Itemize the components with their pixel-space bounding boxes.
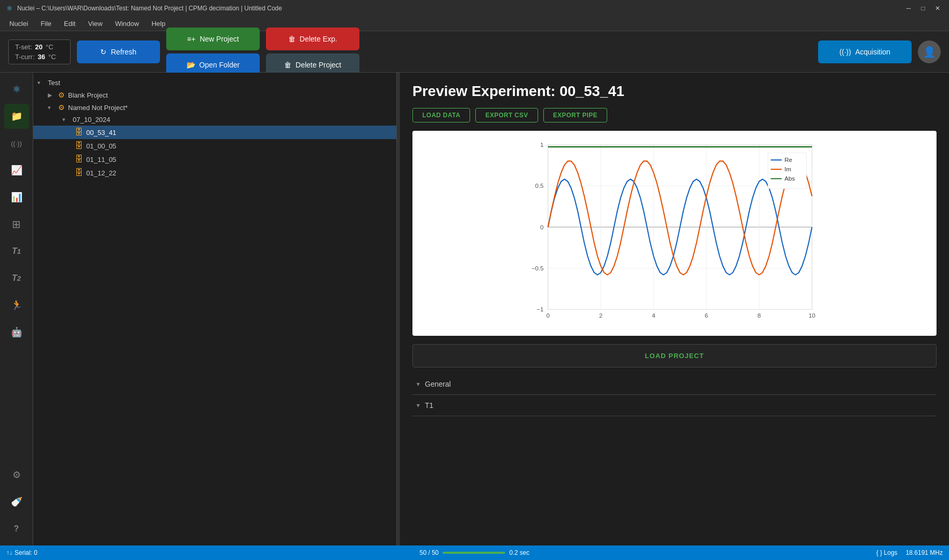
sidebar-item-runner[interactable]: 🏃 xyxy=(4,293,29,318)
refresh-button[interactable]: ↻ Refresh xyxy=(77,40,160,63)
tree-arrow-named: ▾ xyxy=(48,104,55,111)
acquisition-area: ((·)) Acquisition 👤 xyxy=(818,40,941,63)
chart-container: 1 0.5 0 −0.5 −1 0 2 4 6 8 10 xyxy=(412,131,937,336)
menu-view[interactable]: View xyxy=(83,19,108,29)
menu-nuclei[interactable]: Nuclei xyxy=(4,19,33,29)
arrows-icon: ↑↓ xyxy=(6,549,12,556)
svg-text:1: 1 xyxy=(540,141,543,148)
tree-item-exp-0111[interactable]: 🗄 01_11_05 xyxy=(33,153,396,166)
status-right: { } Logs 18.6191 MHz xyxy=(876,549,943,556)
temp-set-label: T-set: xyxy=(15,43,32,51)
new-project-button[interactable]: ≡+ New Project xyxy=(166,28,260,50)
progress-text: 50 / 50 xyxy=(420,549,439,556)
file-tree: ▾ Test ▶ ⚙ Blank Project ▾ ⚙ Named Not P… xyxy=(33,73,397,545)
tree-item-exp-0112[interactable]: 🗄 01_12_22 xyxy=(33,166,396,180)
sidebar-item-settings[interactable]: ⚙ xyxy=(4,462,29,487)
sidebar-item-trending[interactable]: 📈 xyxy=(4,158,29,183)
sidebar-item-baby[interactable]: 🍼 xyxy=(4,489,29,514)
chevron-general-icon: ▾ xyxy=(417,380,420,388)
svg-text:8: 8 xyxy=(757,312,760,319)
sidebar-item-t1[interactable]: T1 xyxy=(4,239,29,264)
preview-actions: LOAD DATA EXPORT CSV EXPORT PIPE xyxy=(412,108,937,122)
gear-icon-blank: ⚙ xyxy=(58,91,65,99)
sidebar-item-grid[interactable]: ⊞ xyxy=(4,212,29,237)
sidebar: ⚛ 📁 ((·)) 📈 📊 ⊞ T1 T2 🏃 🤖 ⚙ 🍼 ? xyxy=(0,73,33,545)
tree-label-0111: 01_11_05 xyxy=(86,156,116,163)
svg-text:0: 0 xyxy=(540,224,544,230)
freq-text: 18.6191 MHz xyxy=(906,549,943,556)
svg-text:6: 6 xyxy=(705,312,708,319)
status-center: 50 / 50 0.2 sec xyxy=(420,549,529,556)
progress-bar xyxy=(443,552,505,554)
app-icon: ⚛ xyxy=(6,4,13,12)
tree-item-exp-0053[interactable]: 🗄 00_53_41 xyxy=(33,126,396,139)
export-pipe-button[interactable]: EXPORT PIPE xyxy=(543,108,608,122)
chart-svg: 1 0.5 0 −0.5 −1 0 2 4 6 8 10 xyxy=(421,139,928,326)
person-icon: 👤 xyxy=(923,46,936,58)
menu-edit[interactable]: Edit xyxy=(59,19,81,29)
section-general-label: General xyxy=(425,380,451,388)
tree-item-named-project[interactable]: ▾ ⚙ Named Not Project* xyxy=(33,101,396,114)
title-text: Nuclei – C:\Users\WAR\Downloads\Test: Na… xyxy=(17,5,903,12)
db-icon-0100: 🗄 xyxy=(75,141,83,151)
gear-icon-named: ⚙ xyxy=(58,103,65,112)
section-general[interactable]: ▾ General xyxy=(412,374,937,395)
svg-text:Im: Im xyxy=(784,166,791,172)
export-csv-button[interactable]: EXPORT CSV xyxy=(475,108,538,122)
tree-item-exp-0100[interactable]: 🗄 01_00_05 xyxy=(33,139,396,153)
temp-curr-unit: °C xyxy=(48,53,56,61)
sidebar-item-t2[interactable]: T2 xyxy=(4,266,29,291)
tree-root-test[interactable]: ▾ Test xyxy=(33,77,396,89)
delete-project-icon: 🗑 xyxy=(284,61,291,69)
sidebar-item-robot[interactable]: 🤖 xyxy=(4,320,29,345)
acquisition-button[interactable]: ((·)) Acquisition xyxy=(818,40,912,63)
preview-panel: Preview Experiment: 00_53_41 LOAD DATA E… xyxy=(400,73,949,545)
sidebar-item-barchart[interactable]: 📊 xyxy=(4,185,29,210)
section-t1-label: T1 xyxy=(425,401,433,409)
sidebar-item-help[interactable]: ? xyxy=(4,516,29,541)
svg-text:10: 10 xyxy=(809,312,816,319)
close-button[interactable]: ✕ xyxy=(932,3,943,13)
minimize-button[interactable]: ─ xyxy=(903,3,914,13)
new-project-icon: ≡+ xyxy=(187,35,195,43)
avatar[interactable]: 👤 xyxy=(918,40,941,63)
main-content: ⚛ 📁 ((·)) 📈 📊 ⊞ T1 T2 🏃 🤖 ⚙ 🍼 ? ▾ Test ▶… xyxy=(0,73,949,545)
menubar: Nuclei File Edit View Window Help xyxy=(0,17,949,31)
load-project-button[interactable]: LOAD PROJECT xyxy=(412,344,937,367)
delete-exp-button[interactable]: 🗑 Delete Exp. xyxy=(266,28,359,50)
db-icon-0112: 🗄 xyxy=(75,168,83,177)
titlebar: ⚛ Nuclei – C:\Users\WAR\Downloads\Test: … xyxy=(0,0,949,17)
tree-item-date[interactable]: ▾ 07_10_2024 xyxy=(33,114,396,126)
section-t1[interactable]: ▾ T1 xyxy=(412,395,937,416)
delete-buttons: 🗑 Delete Exp. 🗑 Delete Project xyxy=(266,28,359,76)
sidebar-item-atom[interactable]: ⚛ xyxy=(4,77,29,102)
acquisition-icon: ((·)) xyxy=(839,48,851,56)
svg-text:0: 0 xyxy=(546,312,550,319)
toolbar: T-set: 20 °C T-curr: 36 °C ↻ Refresh ≡+ … xyxy=(0,31,949,73)
svg-text:4: 4 xyxy=(652,312,656,319)
preview-title: Preview Experiment: 00_53_41 xyxy=(412,83,937,100)
menu-file[interactable]: File xyxy=(35,19,57,29)
db-icon-0111: 🗄 xyxy=(75,155,83,164)
project-buttons: ≡+ New Project 📂 Open Folder xyxy=(166,28,260,76)
tree-label-named-project: Named Not Project* xyxy=(68,104,128,112)
menu-window[interactable]: Window xyxy=(110,19,144,29)
svg-text:−0.5: −0.5 xyxy=(532,265,544,271)
load-data-button[interactable]: LOAD DATA xyxy=(412,108,470,122)
tree-label-0112: 01_12_22 xyxy=(86,169,116,177)
time-text: 0.2 sec xyxy=(510,549,530,556)
temp-set-value: 20 xyxy=(35,43,43,51)
refresh-icon: ↻ xyxy=(100,48,106,56)
temperature-display: T-set: 20 °C T-curr: 36 °C xyxy=(8,39,71,64)
tree-item-blank-project[interactable]: ▶ ⚙ Blank Project xyxy=(33,89,396,101)
tree-arrow-blank: ▶ xyxy=(48,92,55,99)
sidebar-item-folder[interactable]: 📁 xyxy=(4,104,29,129)
svg-text:−1: −1 xyxy=(537,306,543,312)
tree-arrow-test: ▾ xyxy=(37,79,45,86)
sidebar-item-wireless[interactable]: ((·)) xyxy=(4,131,29,156)
statusbar: ↑↓ Serial: 0 50 / 50 0.2 sec { } Logs 18… xyxy=(0,545,949,560)
maximize-button[interactable]: □ xyxy=(918,3,928,13)
db-icon-0053: 🗄 xyxy=(75,128,83,137)
logs-text[interactable]: { } Logs xyxy=(876,549,898,556)
temp-curr-value: 36 xyxy=(38,53,45,61)
